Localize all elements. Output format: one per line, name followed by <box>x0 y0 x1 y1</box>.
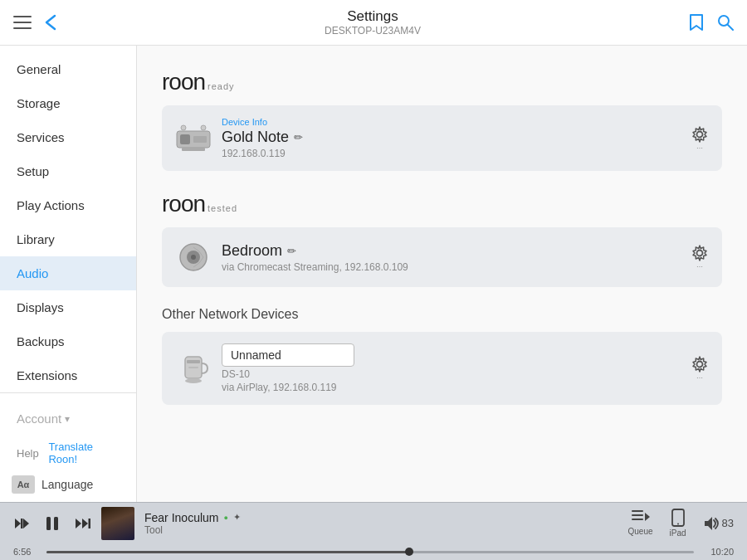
gold-note-edit-icon[interactable]: ✏ <box>294 131 303 144</box>
time-current: 6:56 <box>13 547 38 557</box>
svg-marker-23 <box>23 519 29 528</box>
track-name: Fear Inoculum <box>144 511 218 524</box>
svg-point-8 <box>181 125 186 130</box>
sidebar-item-setup[interactable]: Setup <box>0 154 136 188</box>
bookmark-icon <box>689 13 704 32</box>
svg-rect-24 <box>46 517 51 530</box>
sidebar-help: Help Translate Roon! <box>0 436 136 470</box>
pause-button[interactable] <box>43 514 61 533</box>
roon-ready-sub: ready <box>208 81 235 91</box>
time-total: 10:20 <box>702 547 734 557</box>
bedroom-edit-icon[interactable]: ✏ <box>287 245 296 257</box>
volume-icon <box>703 516 720 531</box>
device-info-label: Device Info <box>222 117 691 127</box>
roon-tested-sub: tested <box>208 203 237 213</box>
top-bar-left <box>13 14 56 31</box>
ds10-name-input[interactable] <box>222 343 354 367</box>
player-bar: Fear Inoculum ● ✦ Tool Queue <box>0 502 747 560</box>
sidebar-item-displays[interactable]: Displays <box>0 290 136 324</box>
sidebar-item-account[interactable]: Account ▾ <box>0 402 136 436</box>
menu-icon <box>13 16 32 29</box>
progress-thumb <box>405 548 413 556</box>
ds10-icon <box>175 350 212 387</box>
top-bar: Settings DESKTOP-U23AM4V <box>0 0 747 46</box>
content-area: roon ready Device Info Gold Note <box>137 46 747 502</box>
gold-note-settings-button[interactable]: ⋯ <box>691 125 709 152</box>
album-art <box>101 507 134 540</box>
translate-link[interactable]: Translate Roon! <box>48 441 120 465</box>
ds10-name-row <box>222 343 691 367</box>
sidebar-item-backups[interactable]: Backups <box>0 324 136 358</box>
sidebar-item-extensions[interactable]: Extensions <box>0 358 136 392</box>
gold-note-icon <box>175 120 212 157</box>
sidebar-item-library[interactable]: Library <box>0 222 136 256</box>
progress-fill <box>46 551 409 553</box>
svg-rect-28 <box>89 519 91 528</box>
progress-row: 6:56 10:20 <box>0 543 747 560</box>
album-art-image <box>101 507 134 540</box>
ds10-card: DS-10 via AirPlay, 192.168.0.119 ⋯ <box>162 332 722 405</box>
playing-dot: ● <box>223 514 227 522</box>
gold-note-name: Gold Note ✏ <box>222 129 691 146</box>
device-button[interactable]: iPad <box>670 509 686 538</box>
svg-point-15 <box>697 251 703 256</box>
ds10-gear-dots: ⋯ <box>696 374 704 382</box>
sidebar-item-storage[interactable]: Storage <box>0 86 136 120</box>
volume-value: 83 <box>722 517 734 529</box>
player-controls <box>13 514 91 533</box>
language-label: Language <box>42 478 93 491</box>
back-button[interactable] <box>45 14 56 31</box>
top-bar-right <box>689 13 734 32</box>
next-button[interactable] <box>75 515 91 532</box>
svg-marker-26 <box>76 519 81 528</box>
prev-button[interactable] <box>13 515 30 532</box>
bedroom-gear-icon <box>691 244 709 262</box>
svg-point-11 <box>697 131 703 137</box>
sidebar-item-play-actions[interactable]: Play Actions <box>0 188 136 222</box>
prev-icon <box>13 515 30 532</box>
search-button[interactable] <box>717 14 734 31</box>
svg-marker-21 <box>15 519 21 528</box>
gold-note-info: Device Info Gold Note ✏ 192.168.0.119 <box>222 117 691 159</box>
account-arrow: ▾ <box>65 413 70 425</box>
svg-rect-22 <box>21 519 23 528</box>
track-artist: Tool <box>144 524 618 536</box>
speaker-icon <box>177 241 210 274</box>
track-info: Fear Inoculum ● ✦ Tool <box>144 511 618 536</box>
bedroom-gear-dots: ⋯ <box>696 263 704 270</box>
bedroom-subtitle: via Chromecast Streaming, 192.168.0.109 <box>222 261 691 273</box>
roon-tested-text: roon <box>162 191 205 217</box>
bedroom-info: Bedroom ✏ via Chromecast Streaming, 192.… <box>222 242 691 273</box>
cup-icon <box>178 352 208 385</box>
gold-note-gear-icon <box>691 125 709 144</box>
pause-icon <box>43 514 61 533</box>
svg-point-14 <box>191 255 196 260</box>
volume-button[interactable]: 83 <box>703 516 734 531</box>
svg-rect-7 <box>193 136 207 143</box>
bedroom-name: Bedroom ✏ <box>222 242 691 260</box>
device-label: iPad <box>670 528 686 538</box>
sidebar-item-services[interactable]: Services <box>0 120 136 154</box>
ds10-settings-button[interactable]: ⋯ <box>691 355 709 382</box>
progress-bar[interactable] <box>46 551 694 553</box>
svg-marker-27 <box>82 519 88 528</box>
bedroom-icon <box>175 239 212 275</box>
help-label: Help <box>17 447 39 460</box>
roon-ready-logo: roon ready <box>162 69 722 95</box>
bookmark-button[interactable] <box>689 13 704 32</box>
svg-rect-0 <box>13 16 32 17</box>
svg-line-4 <box>728 25 733 30</box>
bedroom-settings-button[interactable]: ⋯ <box>691 244 709 270</box>
sidebar-item-general[interactable]: General <box>0 52 136 86</box>
player-main: Fear Inoculum ● ✦ Tool Queue <box>0 503 747 543</box>
svg-point-3 <box>719 16 729 26</box>
back-icon <box>45 14 56 31</box>
roon-ready-text: roon <box>162 69 205 95</box>
sidebar-language-row: Aα Language <box>0 470 136 499</box>
svg-rect-10 <box>182 148 205 151</box>
queue-button[interactable]: Queue <box>627 510 652 536</box>
menu-button[interactable] <box>13 16 32 29</box>
next-icon <box>75 515 91 532</box>
page-title: Settings <box>347 8 398 25</box>
sidebar-item-audio[interactable]: Audio <box>0 256 136 290</box>
